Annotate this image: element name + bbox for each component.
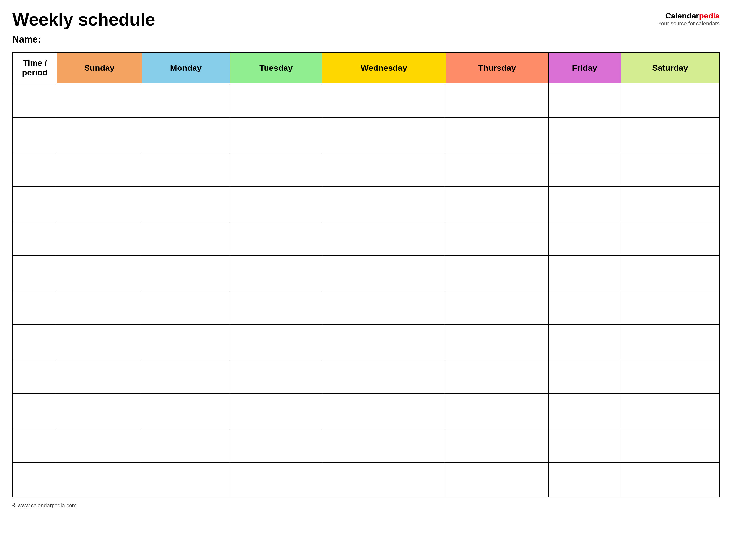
col-header-monday: Monday — [142, 53, 230, 83]
schedule-cell[interactable] — [142, 221, 230, 256]
schedule-cell[interactable] — [621, 463, 719, 497]
schedule-cell[interactable] — [142, 118, 230, 152]
schedule-cell[interactable] — [548, 359, 621, 394]
schedule-cell[interactable] — [230, 83, 322, 118]
schedule-cell[interactable] — [548, 290, 621, 325]
schedule-cell[interactable] — [621, 394, 719, 428]
schedule-cell[interactable] — [446, 325, 548, 359]
schedule-cell[interactable] — [446, 359, 548, 394]
schedule-cell[interactable] — [142, 290, 230, 325]
schedule-cell[interactable] — [142, 463, 230, 497]
schedule-cell[interactable] — [142, 83, 230, 118]
time-cell[interactable] — [13, 221, 57, 256]
schedule-cell[interactable] — [548, 221, 621, 256]
schedule-cell[interactable] — [57, 118, 142, 152]
schedule-cell[interactable] — [322, 290, 446, 325]
schedule-cell[interactable] — [142, 325, 230, 359]
schedule-cell[interactable] — [322, 152, 446, 187]
time-cell[interactable] — [13, 394, 57, 428]
schedule-cell[interactable] — [322, 394, 446, 428]
schedule-cell[interactable] — [322, 187, 446, 221]
schedule-cell[interactable] — [230, 221, 322, 256]
time-cell[interactable] — [13, 118, 57, 152]
schedule-cell[interactable] — [142, 152, 230, 187]
schedule-cell[interactable] — [57, 256, 142, 290]
schedule-cell[interactable] — [230, 152, 322, 187]
time-cell[interactable] — [13, 428, 57, 463]
schedule-cell[interactable] — [57, 187, 142, 221]
schedule-cell[interactable] — [446, 290, 548, 325]
schedule-cell[interactable] — [446, 187, 548, 221]
schedule-cell[interactable] — [230, 428, 322, 463]
col-header-tuesday: Tuesday — [230, 53, 322, 83]
schedule-cell[interactable] — [548, 152, 621, 187]
schedule-cell[interactable] — [621, 290, 719, 325]
schedule-cell[interactable] — [621, 83, 719, 118]
schedule-cell[interactable] — [621, 359, 719, 394]
time-cell[interactable] — [13, 463, 57, 497]
schedule-cell[interactable] — [230, 256, 322, 290]
schedule-cell[interactable] — [446, 256, 548, 290]
schedule-cell[interactable] — [322, 221, 446, 256]
schedule-cell[interactable] — [57, 83, 142, 118]
schedule-cell[interactable] — [621, 187, 719, 221]
time-cell[interactable] — [13, 152, 57, 187]
schedule-cell[interactable] — [57, 463, 142, 497]
schedule-cell[interactable] — [548, 256, 621, 290]
schedule-cell[interactable] — [446, 118, 548, 152]
schedule-cell[interactable] — [548, 463, 621, 497]
schedule-cell[interactable] — [446, 221, 548, 256]
schedule-cell[interactable] — [322, 325, 446, 359]
schedule-cell[interactable] — [142, 256, 230, 290]
schedule-cell[interactable] — [446, 463, 548, 497]
schedule-cell[interactable] — [57, 428, 142, 463]
table-row — [13, 152, 719, 187]
logo-container: Calendarpedia Your source for calendars — [658, 11, 720, 27]
time-cell[interactable] — [13, 290, 57, 325]
time-cell[interactable] — [13, 187, 57, 221]
schedule-cell[interactable] — [548, 83, 621, 118]
time-cell[interactable] — [13, 325, 57, 359]
schedule-cell[interactable] — [446, 83, 548, 118]
time-cell[interactable] — [13, 256, 57, 290]
schedule-cell[interactable] — [446, 394, 548, 428]
schedule-cell[interactable] — [322, 428, 446, 463]
schedule-cell[interactable] — [230, 394, 322, 428]
schedule-cell[interactable] — [548, 118, 621, 152]
schedule-cell[interactable] — [621, 221, 719, 256]
schedule-cell[interactable] — [142, 359, 230, 394]
schedule-cell[interactable] — [446, 428, 548, 463]
schedule-cell[interactable] — [322, 359, 446, 394]
schedule-cell[interactable] — [230, 463, 322, 497]
schedule-cell[interactable] — [621, 152, 719, 187]
schedule-cell[interactable] — [322, 463, 446, 497]
schedule-cell[interactable] — [548, 394, 621, 428]
schedule-cell[interactable] — [230, 187, 322, 221]
schedule-cell[interactable] — [322, 256, 446, 290]
time-cell[interactable] — [13, 83, 57, 118]
schedule-cell[interactable] — [230, 290, 322, 325]
schedule-cell[interactable] — [230, 359, 322, 394]
schedule-cell[interactable] — [548, 187, 621, 221]
time-cell[interactable] — [13, 359, 57, 394]
schedule-cell[interactable] — [142, 394, 230, 428]
schedule-cell[interactable] — [142, 428, 230, 463]
schedule-cell[interactable] — [322, 118, 446, 152]
schedule-cell[interactable] — [57, 359, 142, 394]
schedule-cell[interactable] — [57, 394, 142, 428]
schedule-cell[interactable] — [621, 118, 719, 152]
schedule-cell[interactable] — [57, 152, 142, 187]
schedule-cell[interactable] — [57, 325, 142, 359]
schedule-cell[interactable] — [548, 428, 621, 463]
schedule-cell[interactable] — [57, 221, 142, 256]
schedule-cell[interactable] — [322, 83, 446, 118]
schedule-cell[interactable] — [142, 187, 230, 221]
schedule-cell[interactable] — [230, 325, 322, 359]
schedule-cell[interactable] — [621, 256, 719, 290]
schedule-cell[interactable] — [446, 152, 548, 187]
schedule-cell[interactable] — [621, 428, 719, 463]
schedule-cell[interactable] — [621, 325, 719, 359]
schedule-cell[interactable] — [57, 290, 142, 325]
schedule-cell[interactable] — [230, 118, 322, 152]
schedule-cell[interactable] — [548, 325, 621, 359]
